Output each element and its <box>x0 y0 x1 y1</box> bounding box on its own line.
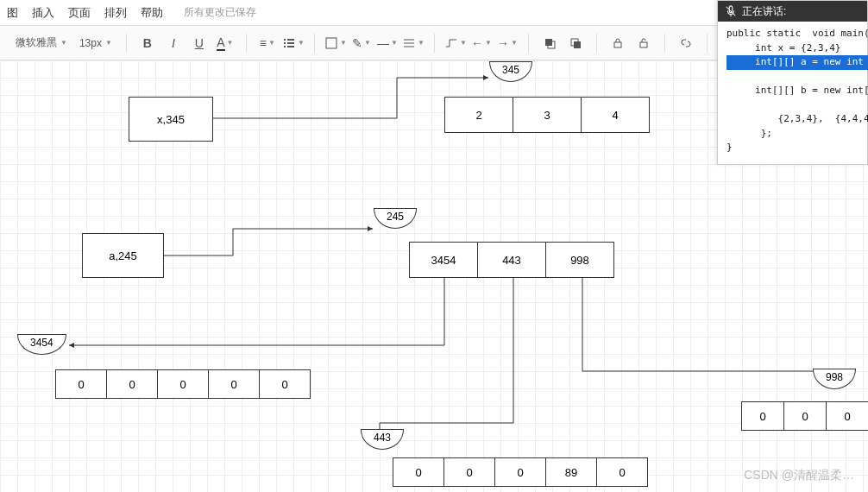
font-family-selector[interactable]: 微软雅黑▼ <box>10 31 72 55</box>
node-a-box[interactable]: a,245 <box>82 233 164 278</box>
lock-button[interactable] <box>606 31 630 55</box>
cell[interactable]: 3 <box>513 97 582 133</box>
svg-rect-1 <box>545 39 552 46</box>
cell[interactable]: 0 <box>494 457 546 487</box>
speaker-panel: 正在讲话: public static void main(Strin int … <box>717 0 868 165</box>
tag-3454[interactable]: 3454 <box>17 335 66 355</box>
cell[interactable]: 0 <box>783 401 827 431</box>
node-x-box[interactable]: x,345 <box>129 97 213 142</box>
fill-color-button[interactable]: ▼ <box>324 31 348 55</box>
cell[interactable]: 4 <box>581 97 650 133</box>
array-3454[interactable]: 0 0 0 0 0 <box>56 369 311 399</box>
cell[interactable]: 89 <box>545 457 597 487</box>
underline-button[interactable]: U <box>187 31 211 55</box>
cell[interactable]: 0 <box>741 401 784 431</box>
cell[interactable]: 443 <box>477 242 546 278</box>
cell[interactable]: 0 <box>259 369 311 399</box>
cell[interactable]: 0 <box>443 457 495 487</box>
italic-button[interactable]: I <box>161 31 186 55</box>
speaker-label: 正在讲话: <box>742 4 786 19</box>
connector-style-button[interactable]: ▼ <box>443 31 468 55</box>
menu-arrange[interactable]: 排列 <box>104 5 127 21</box>
watermark: CSDN @清醒温柔… <box>744 468 854 483</box>
cell[interactable]: 0 <box>208 369 260 399</box>
svg-rect-6 <box>640 42 647 47</box>
to-back-button[interactable] <box>563 31 588 55</box>
cell[interactable]: 0 <box>157 369 209 399</box>
array-x[interactable]: 2 3 4 <box>445 97 650 133</box>
unlock-button[interactable] <box>632 31 656 55</box>
align-button[interactable]: ≡▼ <box>255 31 280 55</box>
mic-muted-icon <box>725 5 737 17</box>
menu-page[interactable]: 页面 <box>68 5 91 21</box>
link-button[interactable] <box>674 31 698 55</box>
array-998[interactable]: 0 0 0 <box>742 401 868 431</box>
cell[interactable]: 0 <box>596 457 648 487</box>
cell[interactable]: 3454 <box>409 242 478 278</box>
array-443[interactable]: 0 0 0 89 0 <box>393 457 648 487</box>
svg-rect-5 <box>614 42 621 47</box>
svg-rect-4 <box>574 41 581 48</box>
list-button[interactable]: ▼ <box>281 31 305 55</box>
cell[interactable]: 0 <box>106 369 158 399</box>
cell[interactable]: 998 <box>545 242 614 278</box>
arrow-start-button[interactable]: ←▼ <box>469 31 494 55</box>
menu-graph[interactable]: 图 <box>7 5 18 21</box>
cell[interactable]: 0 <box>826 401 868 431</box>
tag-443[interactable]: 443 <box>361 430 404 450</box>
code-block: public static void main(Strin int x = {2… <box>718 22 867 164</box>
bold-button[interactable]: B <box>135 31 160 55</box>
line-width-button[interactable]: ▼ <box>401 31 425 55</box>
line-style-button[interactable]: —▼ <box>375 31 399 55</box>
svg-rect-0 <box>326 38 337 48</box>
save-status: 所有更改已保存 <box>184 5 256 20</box>
array-a[interactable]: 3454 443 998 <box>410 242 614 278</box>
speaker-header: 正在讲话: <box>718 1 867 22</box>
font-size-selector[interactable]: 13px▼ <box>74 31 117 55</box>
line-color-button[interactable]: ✎▼ <box>349 31 374 55</box>
tag-998[interactable]: 998 <box>813 369 856 389</box>
menu-insert[interactable]: 插入 <box>32 5 54 21</box>
arrow-end-button[interactable]: →▼ <box>495 31 519 55</box>
to-front-button[interactable] <box>538 31 562 55</box>
font-color-button[interactable]: A▼ <box>213 31 237 55</box>
cell[interactable]: 0 <box>55 369 107 399</box>
cell[interactable]: 2 <box>444 97 513 133</box>
tag-345[interactable]: 345 <box>489 62 532 82</box>
tag-245[interactable]: 245 <box>374 209 417 229</box>
menu-help[interactable]: 帮助 <box>141 5 163 21</box>
cell[interactable]: 0 <box>393 457 444 487</box>
